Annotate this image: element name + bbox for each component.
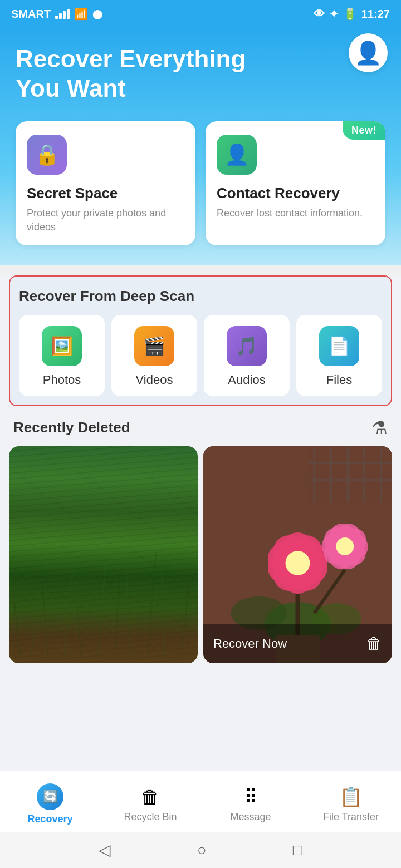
wifi-icon: 📶 bbox=[74, 7, 88, 21]
bottom-nav: 🔄 Recovery 🗑 Recycle Bin ⠿ Message 📋 Fil… bbox=[0, 771, 401, 832]
lock-icon: 🔒 bbox=[27, 135, 67, 175]
time-label: 11:27 bbox=[361, 8, 390, 21]
filter-icon[interactable]: ⚗ bbox=[371, 417, 388, 438]
status-left: SMART 📶 ⬤ bbox=[11, 7, 102, 21]
grass-thumb-inner bbox=[9, 446, 198, 663]
recent-button[interactable]: □ bbox=[293, 841, 302, 859]
hero-title: Recover Everything You Want bbox=[16, 45, 272, 103]
svg-line-2 bbox=[31, 591, 40, 658]
photos-label: Photos bbox=[43, 373, 81, 387]
svg-line-3 bbox=[42, 580, 48, 658]
scan-item-photos[interactable]: 🖼️ Photos bbox=[19, 315, 105, 396]
bluetooth-icon: ✦ bbox=[329, 7, 339, 21]
signal-bars bbox=[55, 9, 70, 19]
svg-line-11 bbox=[181, 580, 189, 658]
file-transfer-nav-label: File Transfer bbox=[323, 811, 379, 823]
scan-item-files[interactable]: 📄 Files bbox=[296, 315, 382, 396]
home-button[interactable]: ○ bbox=[197, 841, 207, 859]
nav-item-message[interactable]: ⠿ Message bbox=[200, 771, 301, 832]
recovery-nav-icon: 🔄 bbox=[37, 783, 63, 810]
grass-background bbox=[9, 446, 198, 663]
videos-label: Videos bbox=[136, 373, 173, 387]
file-transfer-nav-icon: 📋 bbox=[339, 786, 363, 808]
back-button[interactable]: ◁ bbox=[99, 841, 111, 859]
battery-icon: 🔋 bbox=[343, 7, 357, 21]
files-label: Files bbox=[326, 373, 352, 387]
contact-icon: 👤 bbox=[217, 135, 257, 175]
secret-space-desc: Protect your private photos and videos bbox=[27, 206, 184, 234]
secret-space-title: Secret Space bbox=[27, 185, 184, 202]
deep-scan-section: Recover From Deep Scan 🖼️ Photos 🎬 Video… bbox=[9, 275, 392, 406]
system-nav-bar: ◁ ○ □ bbox=[0, 832, 401, 868]
svg-rect-0 bbox=[9, 446, 198, 663]
photo-grid: Recover Now 🗑 bbox=[0, 446, 401, 663]
contact-recovery-desc: Recover lost contact information. bbox=[217, 206, 374, 220]
recycle-bin-nav-icon: 🗑 bbox=[141, 786, 160, 808]
videos-icon: 🎬 bbox=[134, 326, 174, 366]
files-icon: 📄 bbox=[319, 326, 359, 366]
avatar-button[interactable]: 👤 bbox=[349, 33, 388, 72]
svg-line-9 bbox=[148, 552, 156, 658]
scan-item-audios[interactable]: 🎵 Audios bbox=[204, 315, 290, 396]
eye-icon: 👁 bbox=[314, 8, 325, 21]
person-icon: 👤 bbox=[354, 40, 382, 66]
recycle-bin-nav-label: Recycle Bin bbox=[124, 811, 177, 823]
status-right: 👁 ✦ 🔋 11:27 bbox=[314, 7, 390, 21]
svg-line-8 bbox=[125, 563, 131, 658]
message-nav-label: Message bbox=[230, 811, 271, 823]
svg-line-5 bbox=[76, 585, 81, 658]
header-section: 👤 Recover Everything You Want 🔒 Secret S… bbox=[0, 28, 401, 265]
main-content: Recover From Deep Scan 🖼️ Photos 🎬 Video… bbox=[0, 275, 401, 772]
scan-grid: 🖼️ Photos 🎬 Videos 🎵 Audios 📄 Files bbox=[19, 315, 382, 396]
flower-photo[interactable]: Recover Now 🗑 bbox=[203, 446, 392, 663]
svg-line-6 bbox=[98, 558, 106, 658]
audios-label: Audios bbox=[228, 373, 265, 387]
nav-item-recovery[interactable]: 🔄 Recovery bbox=[0, 771, 100, 832]
grass-photo[interactable] bbox=[9, 446, 198, 663]
svg-line-10 bbox=[162, 569, 164, 658]
feature-cards: 🔒 Secret Space Protect your private phot… bbox=[16, 121, 385, 245]
new-badge: New! bbox=[343, 121, 385, 140]
svg-line-1 bbox=[14, 602, 20, 658]
recover-bin-icon: 🗑 bbox=[366, 634, 382, 653]
circle-icon: ⬤ bbox=[92, 9, 102, 19]
message-nav-icon: ⠿ bbox=[244, 786, 258, 808]
photos-icon: 🖼️ bbox=[42, 326, 82, 366]
recovery-nav-label: Recovery bbox=[27, 813, 72, 825]
carrier-label: SMART bbox=[11, 8, 51, 21]
nav-item-recycle-bin[interactable]: 🗑 Recycle Bin bbox=[100, 771, 200, 832]
recently-deleted-title: Recently Deleted bbox=[13, 419, 130, 436]
nav-item-file-transfer[interactable]: 📋 File Transfer bbox=[301, 771, 401, 832]
audios-icon: 🎵 bbox=[227, 326, 267, 366]
recently-deleted-header: Recently Deleted ⚗ bbox=[0, 406, 401, 446]
recover-now-text: Recover Now bbox=[213, 637, 287, 651]
recover-overlay: Recover Now 🗑 bbox=[203, 624, 392, 663]
svg-line-4 bbox=[65, 569, 73, 658]
contact-recovery-card[interactable]: New! 👤 Contact Recovery Recover lost con… bbox=[206, 121, 385, 245]
svg-line-7 bbox=[114, 574, 120, 658]
scan-item-videos[interactable]: 🎬 Videos bbox=[111, 315, 197, 396]
deep-scan-title: Recover From Deep Scan bbox=[19, 288, 382, 305]
status-bar: SMART 📶 ⬤ 👁 ✦ 🔋 11:27 bbox=[0, 0, 401, 28]
secret-space-card[interactable]: 🔒 Secret Space Protect your private phot… bbox=[16, 121, 195, 245]
contact-recovery-title: Contact Recovery bbox=[217, 185, 374, 202]
